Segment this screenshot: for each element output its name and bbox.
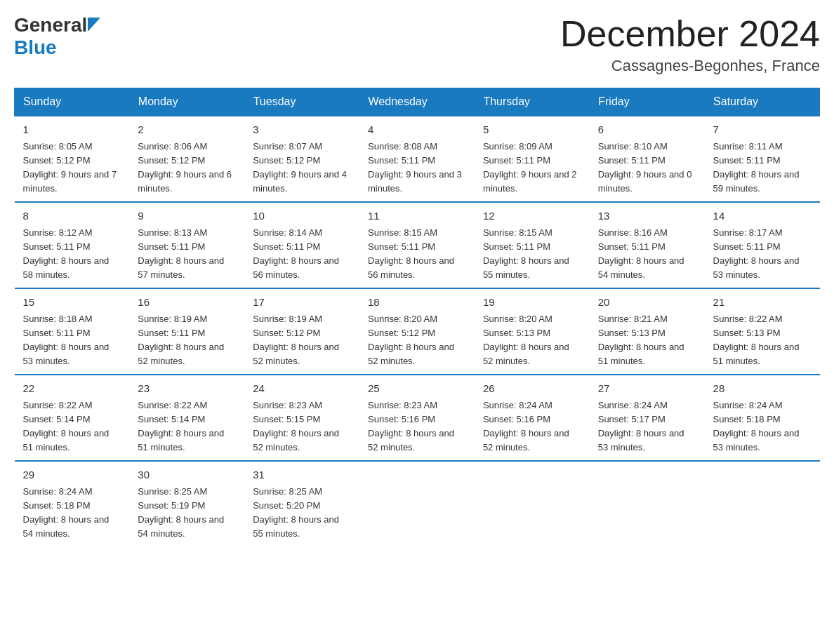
calendar-week-row: 29Sunrise: 8:24 AMSunset: 5:18 PMDayligh… <box>15 461 820 546</box>
calendar-cell: 12Sunrise: 8:15 AMSunset: 5:11 PMDayligh… <box>475 202 590 288</box>
calendar-cell: 7Sunrise: 8:11 AMSunset: 5:11 PMDaylight… <box>705 116 820 202</box>
calendar-week-row: 8Sunrise: 8:12 AMSunset: 5:11 PMDaylight… <box>15 202 820 288</box>
logo: General Blue <box>14 14 100 59</box>
calendar-header-thursday: Thursday <box>475 88 590 116</box>
day-number: 16 <box>138 295 236 311</box>
calendar-cell: 4Sunrise: 8:08 AMSunset: 5:11 PMDaylight… <box>359 116 475 202</box>
day-number: 26 <box>483 381 581 397</box>
day-info: Sunrise: 8:10 AMSunset: 5:11 PMDaylight:… <box>598 140 696 196</box>
svg-marker-0 <box>88 18 100 32</box>
day-number: 1 <box>23 122 121 138</box>
day-number: 27 <box>598 381 696 397</box>
day-number: 2 <box>138 122 236 138</box>
day-number: 14 <box>713 208 812 224</box>
logo-general-text: General <box>14 14 87 36</box>
calendar-header-saturday: Saturday <box>705 88 820 116</box>
calendar-cell: 10Sunrise: 8:14 AMSunset: 5:11 PMDayligh… <box>244 202 359 288</box>
calendar-week-row: 22Sunrise: 8:22 AMSunset: 5:14 PMDayligh… <box>15 375 820 461</box>
day-number: 21 <box>713 295 812 311</box>
day-info: Sunrise: 8:17 AMSunset: 5:11 PMDaylight:… <box>713 226 812 283</box>
day-number: 25 <box>368 381 466 397</box>
day-info: Sunrise: 8:13 AMSunset: 5:11 PMDaylight:… <box>138 226 236 283</box>
calendar-cell: 18Sunrise: 8:20 AMSunset: 5:12 PMDayligh… <box>359 288 475 375</box>
calendar-header-friday: Friday <box>590 88 705 116</box>
day-info: Sunrise: 8:19 AMSunset: 5:12 PMDaylight:… <box>253 312 351 369</box>
day-number: 3 <box>253 122 351 138</box>
day-info: Sunrise: 8:22 AMSunset: 5:13 PMDaylight:… <box>713 312 812 369</box>
calendar-table: SundayMondayTuesdayWednesdayThursdayFrid… <box>14 88 820 546</box>
day-info: Sunrise: 8:21 AMSunset: 5:13 PMDaylight:… <box>598 312 696 369</box>
calendar-cell: 31Sunrise: 8:25 AMSunset: 5:20 PMDayligh… <box>244 461 359 546</box>
day-number: 31 <box>253 467 351 483</box>
calendar-cell: 16Sunrise: 8:19 AMSunset: 5:11 PMDayligh… <box>129 288 244 375</box>
calendar-cell: 13Sunrise: 8:16 AMSunset: 5:11 PMDayligh… <box>590 202 705 288</box>
day-number: 13 <box>598 208 696 224</box>
day-info: Sunrise: 8:11 AMSunset: 5:11 PMDaylight:… <box>713 140 812 196</box>
day-number: 6 <box>598 122 696 138</box>
calendar-cell <box>475 461 590 546</box>
day-info: Sunrise: 8:24 AMSunset: 5:18 PMDaylight:… <box>713 398 812 455</box>
calendar-cell: 14Sunrise: 8:17 AMSunset: 5:11 PMDayligh… <box>705 202 820 288</box>
day-number: 20 <box>598 295 696 311</box>
calendar-cell: 28Sunrise: 8:24 AMSunset: 5:18 PMDayligh… <box>705 375 820 461</box>
day-info: Sunrise: 8:15 AMSunset: 5:11 PMDaylight:… <box>368 226 466 283</box>
calendar-cell: 22Sunrise: 8:22 AMSunset: 5:14 PMDayligh… <box>15 375 130 461</box>
calendar-cell: 26Sunrise: 8:24 AMSunset: 5:16 PMDayligh… <box>475 375 590 461</box>
calendar-cell <box>705 461 820 546</box>
calendar-cell: 1Sunrise: 8:05 AMSunset: 5:12 PMDaylight… <box>15 116 130 202</box>
logo-arrow <box>88 15 100 32</box>
calendar-cell: 23Sunrise: 8:22 AMSunset: 5:14 PMDayligh… <box>129 375 244 461</box>
day-number: 17 <box>253 295 351 311</box>
day-info: Sunrise: 8:25 AMSunset: 5:19 PMDaylight:… <box>138 485 236 542</box>
calendar-header-monday: Monday <box>129 88 244 116</box>
calendar-cell: 9Sunrise: 8:13 AMSunset: 5:11 PMDaylight… <box>129 202 244 288</box>
day-info: Sunrise: 8:06 AMSunset: 5:12 PMDaylight:… <box>138 140 236 196</box>
day-info: Sunrise: 8:22 AMSunset: 5:14 PMDaylight:… <box>23 398 121 455</box>
calendar-cell <box>359 461 475 546</box>
day-info: Sunrise: 8:20 AMSunset: 5:12 PMDaylight:… <box>368 312 466 369</box>
calendar-week-row: 1Sunrise: 8:05 AMSunset: 5:12 PMDaylight… <box>15 116 820 202</box>
day-info: Sunrise: 8:23 AMSunset: 5:15 PMDaylight:… <box>253 398 351 455</box>
calendar-header-tuesday: Tuesday <box>244 88 359 116</box>
day-info: Sunrise: 8:15 AMSunset: 5:11 PMDaylight:… <box>483 226 581 283</box>
day-number: 8 <box>23 208 121 224</box>
logo-blue-text: Blue <box>14 36 57 58</box>
day-number: 10 <box>253 208 351 224</box>
calendar-cell: 6Sunrise: 8:10 AMSunset: 5:11 PMDaylight… <box>590 116 705 202</box>
day-number: 28 <box>713 381 812 397</box>
day-number: 30 <box>138 467 236 483</box>
day-number: 12 <box>483 208 581 224</box>
day-number: 15 <box>23 295 121 311</box>
day-info: Sunrise: 8:12 AMSunset: 5:11 PMDaylight:… <box>23 226 121 283</box>
day-info: Sunrise: 8:24 AMSunset: 5:16 PMDaylight:… <box>483 398 581 455</box>
calendar-cell: 20Sunrise: 8:21 AMSunset: 5:13 PMDayligh… <box>590 288 705 375</box>
day-info: Sunrise: 8:20 AMSunset: 5:13 PMDaylight:… <box>483 312 581 369</box>
day-info: Sunrise: 8:23 AMSunset: 5:16 PMDaylight:… <box>368 398 466 455</box>
day-number: 5 <box>483 122 581 138</box>
day-info: Sunrise: 8:14 AMSunset: 5:11 PMDaylight:… <box>253 226 351 283</box>
location-title: Cassagnes-Begonhes, France <box>560 57 820 75</box>
day-info: Sunrise: 8:25 AMSunset: 5:20 PMDaylight:… <box>253 485 351 542</box>
calendar-cell: 5Sunrise: 8:09 AMSunset: 5:11 PMDaylight… <box>475 116 590 202</box>
day-info: Sunrise: 8:08 AMSunset: 5:11 PMDaylight:… <box>368 140 466 196</box>
calendar-cell <box>590 461 705 546</box>
title-section: December 2024 Cassagnes-Begonhes, France <box>560 14 820 75</box>
calendar-cell: 27Sunrise: 8:24 AMSunset: 5:17 PMDayligh… <box>590 375 705 461</box>
day-info: Sunrise: 8:24 AMSunset: 5:17 PMDaylight:… <box>598 398 696 455</box>
calendar-cell: 8Sunrise: 8:12 AMSunset: 5:11 PMDaylight… <box>15 202 130 288</box>
day-info: Sunrise: 8:24 AMSunset: 5:18 PMDaylight:… <box>23 485 121 542</box>
day-info: Sunrise: 8:07 AMSunset: 5:12 PMDaylight:… <box>253 140 351 196</box>
day-info: Sunrise: 8:16 AMSunset: 5:11 PMDaylight:… <box>598 226 696 283</box>
calendar-cell: 17Sunrise: 8:19 AMSunset: 5:12 PMDayligh… <box>244 288 359 375</box>
day-number: 23 <box>138 381 236 397</box>
calendar-header-row: SundayMondayTuesdayWednesdayThursdayFrid… <box>15 88 820 116</box>
calendar-cell: 25Sunrise: 8:23 AMSunset: 5:16 PMDayligh… <box>359 375 475 461</box>
calendar-cell: 19Sunrise: 8:20 AMSunset: 5:13 PMDayligh… <box>475 288 590 375</box>
day-number: 24 <box>253 381 351 397</box>
month-title: December 2024 <box>560 14 820 54</box>
day-number: 7 <box>713 122 812 138</box>
calendar-cell: 15Sunrise: 8:18 AMSunset: 5:11 PMDayligh… <box>15 288 130 375</box>
calendar-cell: 29Sunrise: 8:24 AMSunset: 5:18 PMDayligh… <box>15 461 130 546</box>
calendar-cell: 11Sunrise: 8:15 AMSunset: 5:11 PMDayligh… <box>359 202 475 288</box>
day-number: 18 <box>368 295 466 311</box>
